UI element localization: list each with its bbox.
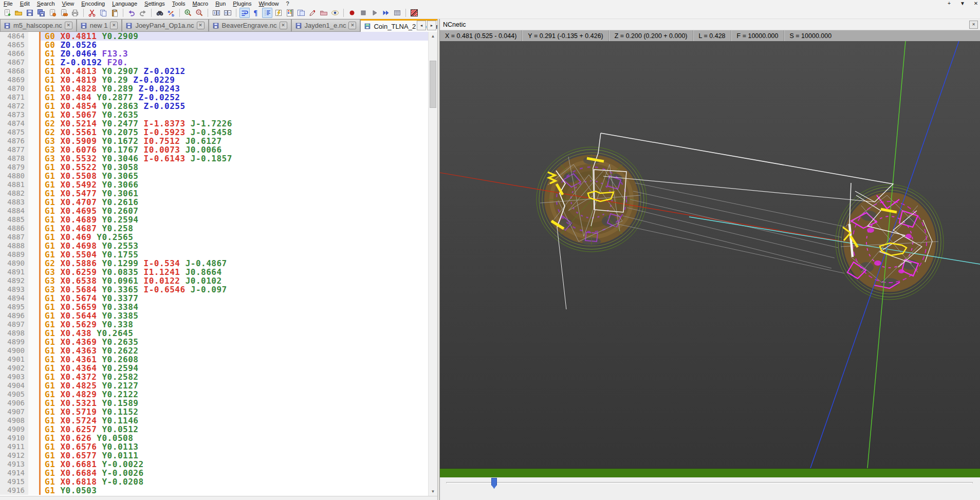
code-line[interactable]: 4907G1 X0.5719 Y0.1152: [0, 408, 428, 416]
code-line[interactable]: 4893G3 X0.5684 Y0.3365 I-0.6546 J-0.097: [0, 285, 428, 294]
close-icon[interactable]: [47, 8, 58, 18]
tab-joeypan4-op1a-nc[interactable]: JoeyPan4_Op1a.nc✕: [122, 19, 208, 31]
code-line[interactable]: 4910G1 X0.626 Y0.0508: [0, 434, 428, 442]
code-line[interactable]: 4894G1 X0.5674 Y0.3377: [0, 294, 428, 303]
menu-view[interactable]: View: [59, 1, 78, 7]
menu-file[interactable]: File: [0, 1, 16, 7]
code-line[interactable]: 4872G1 X0.4854 Y0.2863 Z-0.0255: [0, 102, 428, 110]
code-line[interactable]: 4892G3 X0.6538 Y0.0961 I0.0122 J0.0102: [0, 276, 428, 285]
folder-as-workspace-icon[interactable]: [319, 8, 329, 18]
menu-edit[interactable]: Edit: [16, 1, 33, 7]
menu-tools[interactable]: Tools: [169, 1, 189, 7]
code-line[interactable]: 4871G1 X0.484 Y0.2877 Z-0.0252: [0, 93, 428, 102]
indent-guide-icon[interactable]: [262, 8, 272, 18]
code-line[interactable]: 4899G1 X0.4369 Y0.2635: [0, 338, 428, 346]
redo-icon[interactable]: [138, 8, 148, 18]
code-line[interactable]: 4909G1 X0.6257 Y0.0512: [0, 425, 428, 434]
code-line[interactable]: 4902G1 X0.4364 Y0.2594: [0, 364, 428, 373]
tab-scroll-left-icon[interactable]: ◄: [417, 21, 426, 30]
slider-track[interactable]: [446, 482, 973, 484]
code-line[interactable]: 4901G1 X0.4361 Y0.2608: [0, 355, 428, 364]
print-icon[interactable]: [70, 8, 80, 18]
menu-search[interactable]: Search: [33, 1, 59, 7]
close-icon[interactable]: ✕: [973, 1, 979, 6]
code-line[interactable]: 4911G1 X0.6576 Y0.0113: [0, 442, 428, 451]
tab-m5-halscope-nc[interactable]: m5_halscope.nc✕: [0, 19, 77, 31]
editor-vertical-scrollbar[interactable]: ▲ ▼: [428, 32, 437, 496]
view-eye-icon[interactable]: [330, 8, 340, 18]
cut-icon[interactable]: [87, 8, 97, 18]
code-line[interactable]: 4896G1 X0.5644 Y0.3385: [0, 311, 428, 320]
code-line[interactable]: 4886G1 X0.4687 Y0.258: [0, 224, 428, 233]
open-folder-icon[interactable]: [13, 8, 24, 18]
code-line[interactable]: 4870G1 X0.4828 Y0.289 Z-0.0243: [0, 84, 428, 93]
menu-settings[interactable]: Settings: [141, 1, 169, 7]
code-line[interactable]: 4865G0 Z0.0526: [0, 41, 428, 49]
code-line[interactable]: 4905G1 X0.4829 Y0.2122: [0, 390, 428, 399]
macro-play-icon[interactable]: [369, 8, 380, 18]
menu-language[interactable]: Language: [108, 1, 141, 7]
tab-close-icon[interactable]: ✕: [110, 22, 118, 29]
code-line[interactable]: 4885G1 X0.4689 Y0.2594: [0, 215, 428, 224]
toolpath-3d-viewport[interactable]: [440, 41, 980, 468]
document-switcher-icon[interactable]: [296, 8, 306, 18]
code-line[interactable]: 4875G2 X0.5561 Y0.2075 I-0.5923 J-0.5458: [0, 128, 428, 137]
code-line[interactable]: 4915G1 X0.6818 Y-0.0208: [0, 477, 428, 486]
macro-run-multiple-icon[interactable]: [381, 8, 391, 18]
document-map-icon[interactable]: [285, 8, 295, 18]
close-all-icon[interactable]: [59, 8, 69, 18]
code-line[interactable]: 4895G1 X0.5659 Y0.3384: [0, 303, 428, 311]
code-line[interactable]: 4883G1 X0.4707 Y0.2616: [0, 198, 428, 207]
tab-close-icon[interactable]: ✕: [65, 22, 72, 29]
code-line[interactable]: 4914G1 X0.6684 Y-0.0026: [0, 469, 428, 477]
macro-stop-icon[interactable]: [358, 8, 368, 18]
tab-beaverengrave-nc[interactable]: BeaverEngrave.nc✕: [209, 19, 291, 31]
zoom-in-icon[interactable]: [183, 8, 193, 18]
new-file-icon[interactable]: [2, 8, 12, 18]
menu-macro[interactable]: Macro: [189, 1, 212, 7]
show-all-characters-icon[interactable]: ¶: [251, 8, 261, 18]
sync-horizontal-scroll-icon[interactable]: [223, 8, 233, 18]
tab-jayden1-e-nc[interactable]: Jayden1_e.nc✕: [291, 19, 361, 31]
code-line[interactable]: 4884G1 X0.4695 Y0.2607: [0, 207, 428, 215]
code-line[interactable]: 4889G1 X0.5504 Y0.1755: [0, 250, 428, 259]
code-line[interactable]: 4890G2 X0.5886 Y0.1299 I-0.534 J-0.4867: [0, 259, 428, 268]
gcode-editor[interactable]: 4864G0 X0.4811 Y0.29094865G0 Z0.05264866…: [0, 32, 428, 496]
code-line[interactable]: 4878G3 X0.5532 Y0.3046 I-0.6143 J-0.1857: [0, 154, 428, 163]
menu-plugins[interactable]: Plugins: [229, 1, 255, 7]
code-line[interactable]: 4900G1 X0.4363 Y0.2622: [0, 346, 428, 355]
zoom-out-icon[interactable]: [194, 8, 205, 18]
menu-run[interactable]: Run: [212, 1, 229, 7]
function-list-icon[interactable]: [273, 8, 284, 18]
code-line[interactable]: 4898G1 X0.438 Y0.2645: [0, 329, 428, 338]
code-line[interactable]: 4882G1 X0.5477 Y0.3061: [0, 189, 428, 198]
copy-icon[interactable]: [98, 8, 108, 18]
ncnetic-plugin-icon[interactable]: [409, 8, 419, 18]
code-line[interactable]: 4903G1 X0.4372 Y0.2582: [0, 373, 428, 381]
undo-icon[interactable]: [126, 8, 137, 18]
code-line[interactable]: 4916G1 Y0.0503: [0, 486, 428, 495]
code-line[interactable]: 4908G1 X0.5724 Y0.1146: [0, 416, 428, 425]
simulation-progress-bar[interactable]: [440, 468, 980, 477]
code-line[interactable]: 4877G3 X0.6076 Y0.1767 I0.0073 J0.0066: [0, 145, 428, 154]
code-line[interactable]: 4912G1 X0.6577 Y0.0111: [0, 451, 428, 460]
code-line[interactable]: 4869G1 X0.4819 Y0.29 Z-0.0229: [0, 76, 428, 84]
tab-scroll-right-icon[interactable]: ►: [427, 21, 436, 30]
tab-list-dropdown-icon[interactable]: ▼: [959, 1, 966, 6]
code-line[interactable]: 4874G2 X0.5214 Y0.2477 I-1.8373 J-1.7226: [0, 119, 428, 128]
code-line[interactable]: 4868G1 X0.4813 Y0.2907 Z-0.0212: [0, 67, 428, 76]
code-line[interactable]: 4887G1 X0.469 Y0.2565: [0, 233, 428, 242]
code-line[interactable]: 4879G1 X0.5522 Y0.3058: [0, 163, 428, 172]
scrollbar-down-icon[interactable]: ▼: [429, 487, 437, 496]
menu-window[interactable]: Window: [255, 1, 282, 7]
code-line[interactable]: 4913G1 X0.6681 Y-0.0022: [0, 460, 428, 469]
new-tab-plus-icon[interactable]: +: [946, 1, 952, 6]
paste-icon[interactable]: [109, 8, 120, 18]
code-line[interactable]: 4891G3 X0.6259 Y0.0835 I1.1241 J0.8664: [0, 268, 428, 276]
panel-close-icon[interactable]: ✕: [969, 21, 978, 29]
code-line[interactable]: 4873G1 X0.5067 Y0.2635: [0, 110, 428, 119]
code-line[interactable]: 4897G1 X0.5629 Y0.338: [0, 320, 428, 329]
code-line[interactable]: 4864G0 X0.4811 Y0.2909: [0, 32, 428, 41]
find-icon[interactable]: [155, 8, 165, 18]
code-line[interactable]: 4881G1 X0.5492 Y0.3066: [0, 180, 428, 189]
